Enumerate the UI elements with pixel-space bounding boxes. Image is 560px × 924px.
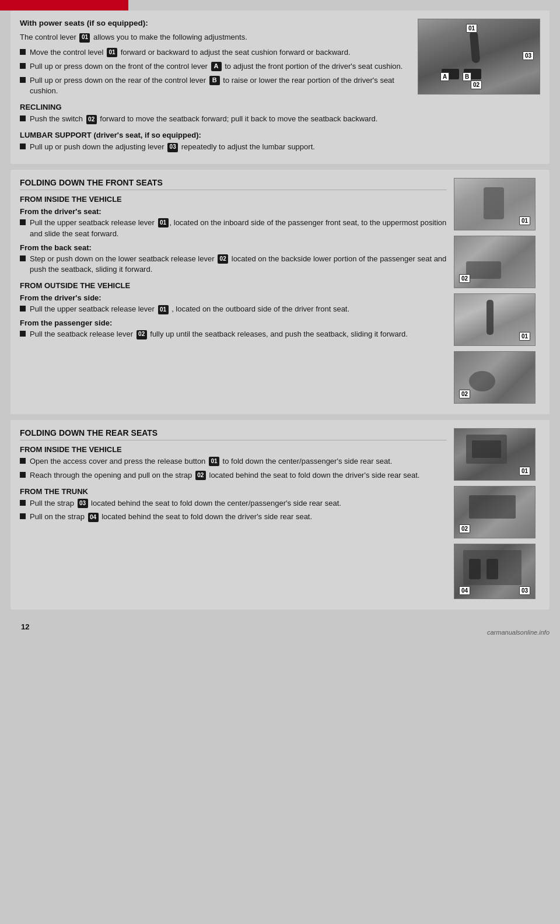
rear-inside-title: FROM INSIDE THE VEHICLE xyxy=(20,445,447,454)
image-badge-03-rear3: 03 xyxy=(519,586,530,595)
from-driver-side-title: From the driver's side: xyxy=(20,293,447,302)
from-back-title: From the back seat: xyxy=(20,243,447,252)
lumbar-bullets: Pull up or push down the adjusting lever… xyxy=(20,142,411,153)
from-driver-side-bullets: Pull the upper seatback release lever 01… xyxy=(20,304,447,315)
from-passenger-title: From the passenger side: xyxy=(20,318,447,327)
rear-seats-text: FOLDING DOWN THE REAR SEATS FROM INSIDE … xyxy=(20,428,447,601)
image-badge-02-fold4: 02 xyxy=(459,390,470,398)
bullet-trunk-strap-04: Pull on the strap 04 located behind the … xyxy=(20,512,447,523)
bullet-passenger-side: Pull the seatback release lever 02 fully… xyxy=(20,329,447,340)
power-seats-bullets: Move the control level 01 forward or bac… xyxy=(20,47,411,97)
image-badge-02-fold2: 02 xyxy=(459,274,470,283)
watermark: carmanualsonline.info xyxy=(487,629,550,636)
from-trunk-title: FROM THE TRUNK xyxy=(20,487,447,496)
badge-02-rear: 02 xyxy=(195,471,206,480)
rear-seat-image-2: 02 xyxy=(454,486,536,538)
top-bar xyxy=(0,0,560,10)
bullet-pull-rear: Pull up or press down on the rear of the… xyxy=(20,75,411,97)
bottom-area: 12 carmanualsonline.info xyxy=(0,615,560,640)
from-driver-title: From the driver's seat: xyxy=(20,207,447,216)
bullet-driver-side: Pull the upper seatback release lever 01… xyxy=(20,304,447,315)
rear-seats-images: 01 02 04 03 xyxy=(454,428,540,601)
image-badge-01-fold1: 01 xyxy=(519,216,530,225)
bullet-rear-strap: Reach through the opening and pull on th… xyxy=(20,470,447,481)
front-seats-title: FOLDING DOWN THE FRONT SEATS xyxy=(20,178,447,190)
badge-A: A xyxy=(211,62,222,71)
seat-controls-image: 01 A B 03 02 xyxy=(418,19,540,94)
rear-seat-image-3: 04 03 xyxy=(454,544,536,599)
badge-01-driver: 01 xyxy=(158,218,169,228)
from-driver-bullets: Pull the upper seatback release lever 01… xyxy=(20,218,447,240)
image-badge-B: B xyxy=(463,72,471,81)
badge-02-reclining: 02 xyxy=(86,115,97,124)
bullet-trunk-strap-03: Pull the strap 03 located behind the sea… xyxy=(20,498,447,509)
power-seats-title: With power seats (if so equipped): xyxy=(20,19,411,27)
bullet-icon xyxy=(20,306,26,312)
bullet-icon xyxy=(20,256,26,261)
front-seat-image-2: 02 xyxy=(454,236,536,288)
bullet-back-seat: Step or push down on the lower seatback … xyxy=(20,254,447,276)
rear-inside-bullets: Open the access cover and press the rele… xyxy=(20,456,447,481)
front-seats-text: FOLDING DOWN THE FRONT SEATS FROM INSIDE… xyxy=(20,178,447,406)
bullet-icon xyxy=(20,49,26,55)
bullet-icon xyxy=(20,331,26,337)
badge-03-lumbar: 03 xyxy=(167,143,178,152)
badge-B: B xyxy=(209,76,220,85)
bullet-pull-front: Pull up or press down on the front of th… xyxy=(20,61,411,72)
from-inside-title: FROM INSIDE THE VEHICLE xyxy=(20,195,447,204)
badge-02-passenger: 02 xyxy=(136,330,147,340)
from-passenger-bullets: Pull the seatback release lever 02 fully… xyxy=(20,329,447,340)
bullet-lumbar: Pull up or push down the adjusting lever… xyxy=(20,142,411,153)
image-badge-02-rear2: 02 xyxy=(459,524,470,533)
badge-01-intro: 01 xyxy=(79,33,90,43)
from-outside-title: FROM OUTSIDE THE VEHICLE xyxy=(20,281,447,290)
power-seats-intro: The control lever 01 allows you to make … xyxy=(20,32,411,43)
image-badge-04-rear3: 04 xyxy=(459,586,470,595)
image-badge-01: 01 xyxy=(466,24,477,33)
badge-01-move: 01 xyxy=(107,48,117,57)
bullet-reclining: Push the switch 02 forward to move the s… xyxy=(20,114,411,125)
badge-03-trunk: 03 xyxy=(78,499,88,508)
image-badge-03: 03 xyxy=(523,51,534,60)
bullet-icon xyxy=(20,513,26,519)
rear-seat-image-1: 01 xyxy=(454,428,536,481)
front-seat-image-4: 02 xyxy=(454,351,536,404)
reclining-bullets: Push the switch 02 forward to move the s… xyxy=(20,114,411,125)
image-badge-01-fold3: 01 xyxy=(519,332,530,341)
bullet-icon xyxy=(20,472,26,478)
seat-controls-image-col: 01 A B 03 02 xyxy=(418,19,540,156)
image-badge-02: 02 xyxy=(471,80,482,89)
bullet-rear-cover: Open the access cover and press the rele… xyxy=(20,456,447,467)
image-badge-A: A xyxy=(440,72,449,81)
power-seats-text: With power seats (if so equipped): The c… xyxy=(20,19,411,156)
front-seat-image-1: 01 xyxy=(454,178,536,230)
bullet-icon xyxy=(20,144,26,149)
front-seats-images: 01 02 01 02 xyxy=(454,178,540,406)
red-bar xyxy=(0,0,128,10)
page: With power seats (if so equipped): The c… xyxy=(0,0,560,640)
from-trunk-bullets: Pull the strap 03 located behind the sea… xyxy=(20,498,447,523)
bullet-driver-seat: Pull the upper seatback release lever 01… xyxy=(20,218,447,240)
front-seats-section: FOLDING DOWN THE FRONT SEATS FROM INSIDE… xyxy=(10,170,550,414)
bullet-icon xyxy=(20,500,26,506)
bullet-icon xyxy=(20,116,26,121)
badge-01-driver-side: 01 xyxy=(158,305,169,314)
bullet-icon xyxy=(20,77,26,83)
power-seats-section: With power seats (if so equipped): The c… xyxy=(10,10,550,164)
image-badge-01-rear1: 01 xyxy=(519,467,530,475)
page-number: 12 xyxy=(10,618,40,636)
front-seat-image-3: 01 xyxy=(454,293,536,346)
bullet-icon xyxy=(20,458,26,464)
badge-04-trunk: 04 xyxy=(88,513,99,522)
lumbar-title: LUMBAR SUPPORT (driver's seat, if so equ… xyxy=(20,131,411,139)
badge-01-rear: 01 xyxy=(209,457,219,466)
badge-02-back: 02 xyxy=(218,254,228,264)
rear-seats-title: FOLDING DOWN THE REAR SEATS xyxy=(20,428,447,440)
bullet-icon xyxy=(20,63,26,69)
rear-seats-section: FOLDING DOWN THE REAR SEATS FROM INSIDE … xyxy=(10,420,550,610)
bullet-move-control: Move the control level 01 forward or bac… xyxy=(20,47,411,58)
reclining-title: RECLINING xyxy=(20,103,411,111)
from-back-bullets: Step or push down on the lower seatback … xyxy=(20,254,447,276)
bullet-icon xyxy=(20,219,26,225)
